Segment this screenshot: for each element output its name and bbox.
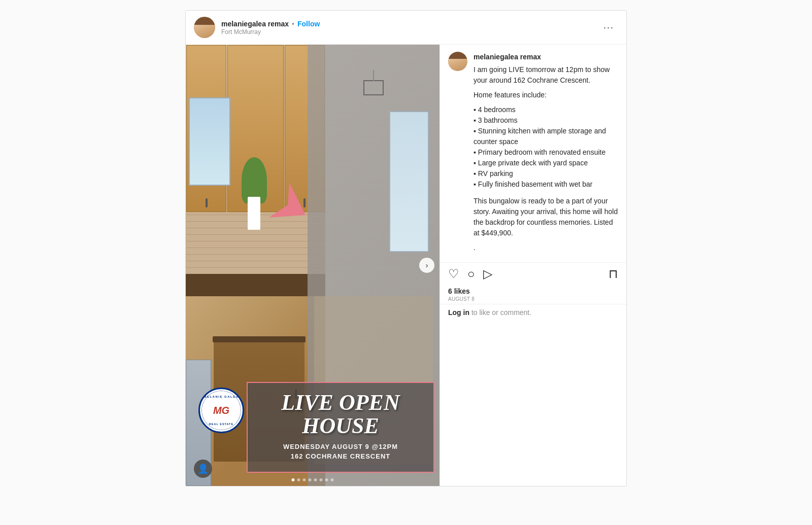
- header-username-row: melaniegalea remax • Follow: [221, 20, 599, 28]
- likes-count: 6 likes: [448, 287, 618, 295]
- feature-2: 3 bathrooms: [473, 115, 618, 126]
- feature-4: Primary bedroom with renovated ensuite: [473, 147, 618, 158]
- post-likes: 6 likes AUGUST 8: [440, 285, 626, 304]
- caption-header: melaniegalea remax I am going LIVE tomor…: [440, 45, 626, 262]
- login-prompt: Log in to like or comment.: [440, 304, 626, 325]
- current-user-avatar[interactable]: 👤: [194, 460, 212, 478]
- dot-1[interactable]: [292, 478, 295, 481]
- caption-intro: I am going LIVE tomorrow at 12pm to show…: [473, 64, 618, 86]
- kitchen-window: [189, 97, 231, 186]
- pendant-cord: [373, 70, 374, 81]
- pendant-shade: [363, 80, 384, 95]
- arrow-icon: [262, 177, 323, 238]
- avatar: [194, 17, 215, 38]
- post-container: melaniegalea remax • Follow Fort McMurra…: [185, 10, 627, 486]
- event-date: WEDNESDAY AUGUST 9 @12PM: [258, 442, 423, 452]
- event-address: 162 COCHRANE CRESCENT: [258, 451, 423, 462]
- caption-body: I am going LIVE tomorrow at 12pm to show…: [473, 64, 618, 253]
- feature-6: RV parking: [473, 168, 618, 179]
- caption-username[interactable]: melaniegalea remax: [473, 53, 541, 61]
- dot-6[interactable]: [320, 478, 323, 481]
- save-button[interactable]: ⊓: [608, 267, 618, 281]
- comment-button[interactable]: ○: [467, 268, 475, 280]
- post-main: MELANIE GALEA MG REAL ESTATE LIVE OPEN H…: [186, 45, 626, 486]
- login-text: to like or comment.: [471, 308, 531, 317]
- island-top: [213, 336, 306, 342]
- image-wrapper: MELANIE GALEA MG REAL ESTATE LIVE OPEN H…: [186, 45, 439, 486]
- logo-top-text: MELANIE GALEA: [204, 395, 239, 398]
- post-date: AUGUST 8: [448, 296, 618, 302]
- dot-8[interactable]: [331, 478, 334, 481]
- feature-5: Large private deck with yard space: [473, 158, 618, 168]
- post-image: MELANIE GALEA MG REAL ESTATE LIVE OPEN H…: [186, 45, 439, 486]
- dot-2[interactable]: [297, 478, 300, 481]
- user-icon: 👤: [197, 463, 209, 474]
- action-icons-left: ♡ ○ ▷: [448, 268, 492, 280]
- dot-7[interactable]: [325, 478, 328, 481]
- follow-button[interactable]: Follow: [297, 20, 320, 28]
- features-heading: Home features include:: [473, 90, 618, 100]
- plant-pot: [248, 197, 260, 230]
- logo-inner: MELANIE GALEA MG REAL ESTATE: [200, 389, 243, 432]
- logo-overlay: MELANIE GALEA MG REAL ESTATE: [198, 388, 244, 433]
- dot-5[interactable]: [314, 478, 317, 481]
- header-dot: •: [292, 20, 294, 28]
- dining-window: [389, 111, 429, 252]
- closing-text: This bungalow is ready to be a part of y…: [473, 196, 618, 238]
- header-location: Fort McMurray: [221, 28, 599, 36]
- period: .: [473, 242, 618, 253]
- caption-panel: melaniegalea remax I am going LIVE tomor…: [439, 45, 626, 486]
- header-username[interactable]: melaniegalea remax: [221, 20, 289, 28]
- like-button[interactable]: ♡: [448, 268, 459, 280]
- svg-marker-0: [269, 182, 316, 232]
- event-text-overlay: LIVE OPEN HOUSE WEDNESDAY AUGUST 9 @12PM…: [247, 382, 434, 473]
- next-image-button[interactable]: ›: [419, 258, 434, 273]
- cabinet-handle-1: [206, 198, 208, 207]
- dot-4[interactable]: [309, 478, 312, 481]
- post-header: melaniegalea remax • Follow Fort McMurra…: [186, 11, 626, 45]
- logo-bottom-text: REAL ESTATE: [209, 423, 233, 426]
- share-button[interactable]: ▷: [483, 268, 492, 280]
- event-title: LIVE OPEN HOUSE: [258, 391, 423, 438]
- event-title-line1: LIVE OPEN: [281, 390, 399, 415]
- arrow-overlay: [262, 177, 323, 238]
- feature-3: Stunning kitchen with ample storage and …: [473, 126, 618, 147]
- post-actions: ♡ ○ ▷ ⊓: [440, 262, 626, 285]
- carousel-dots: [292, 478, 334, 481]
- caption-avatar: [448, 52, 467, 71]
- feature-7: Fully finished basement with wet bar: [473, 179, 618, 190]
- dot-3[interactable]: [303, 478, 306, 481]
- feature-1: 4 bedrooms: [473, 104, 618, 115]
- features-list: 4 bedrooms 3 bathrooms Stunning kitchen …: [473, 104, 618, 190]
- more-options-button[interactable]: ···: [599, 20, 618, 35]
- header-info: melaniegalea remax • Follow Fort McMurra…: [221, 20, 599, 36]
- caption-text: melaniegalea remax I am going LIVE tomor…: [473, 52, 618, 257]
- event-details: WEDNESDAY AUGUST 9 @12PM 162 COCHRANE CR…: [258, 442, 423, 462]
- pendant-light: [363, 80, 384, 98]
- event-title-line2: HOUSE: [302, 413, 379, 438]
- login-link[interactable]: Log in: [448, 308, 469, 317]
